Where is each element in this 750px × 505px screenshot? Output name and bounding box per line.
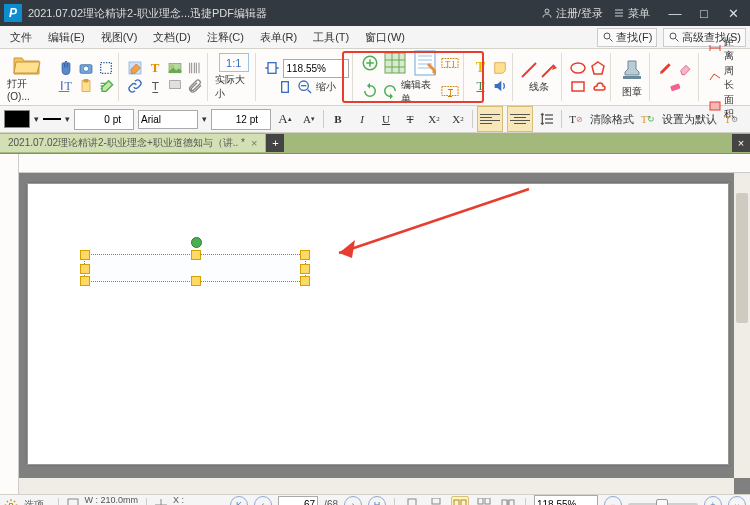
align-left-button[interactable] [477, 106, 503, 132]
options-gear-icon[interactable] [4, 498, 18, 506]
line-width-input[interactable] [74, 109, 134, 130]
barcode-icon[interactable] [186, 59, 204, 77]
font-family-input[interactable] [138, 110, 198, 129]
single-page-view-button[interactable] [403, 496, 421, 506]
area-icon[interactable] [706, 97, 723, 115]
ellipse-icon[interactable] [569, 59, 587, 77]
shape-icon[interactable] [166, 77, 184, 95]
subscript-button[interactable]: X2 [448, 109, 468, 129]
close-button[interactable]: ✕ [720, 6, 746, 21]
note-icon[interactable] [491, 59, 509, 77]
account-button[interactable]: 注册/登录 [541, 6, 603, 21]
menu-edit[interactable]: 编辑(E) [42, 28, 91, 47]
text-select-icon[interactable]: I͟T [57, 77, 75, 95]
new-tab-button[interactable]: + [266, 134, 284, 152]
align-center-button[interactable] [507, 106, 533, 132]
edit-content-icon[interactable] [126, 59, 144, 77]
first-page-button[interactable]: K [230, 496, 248, 506]
facing-continuous-button[interactable] [475, 496, 493, 506]
menu-window[interactable]: 窗口(W) [359, 28, 411, 47]
highlight-icon[interactable] [97, 77, 115, 95]
horizontal-scrollbar[interactable] [19, 478, 734, 494]
menu-view[interactable]: 视图(V) [95, 28, 144, 47]
add-image-icon[interactable] [166, 59, 184, 77]
shrink-font-button[interactable]: A▾ [299, 109, 319, 129]
italic-button[interactable]: I [352, 109, 372, 129]
last-page-button[interactable]: H [368, 496, 386, 506]
status-zoom-input[interactable] [534, 495, 598, 505]
close-all-tabs-button[interactable]: × [732, 134, 750, 152]
document-tab[interactable]: 2021.07.02理论精讲2-职业理念+职业道德知与（讲.. * × [0, 134, 265, 152]
scrollbar-thumb[interactable] [736, 193, 748, 323]
resize-handle-w[interactable] [80, 264, 90, 274]
strike-button[interactable]: T [400, 109, 420, 129]
zoom-in-circle-icon[interactable] [361, 54, 379, 72]
bold-button[interactable]: B [328, 109, 348, 129]
line-arrow-icon[interactable] [540, 61, 558, 79]
zoom-in-button[interactable]: + [704, 496, 722, 506]
resize-handle-nw[interactable] [80, 250, 90, 260]
form-document-icon[interactable] [411, 49, 439, 77]
cloud-icon[interactable] [589, 77, 607, 95]
text-highlight-icon[interactable]: T [471, 59, 489, 77]
fit-page-icon[interactable] [276, 78, 294, 96]
polygon-icon[interactable] [589, 59, 607, 77]
canvas[interactable] [19, 173, 750, 494]
zoom-select[interactable] [283, 59, 349, 78]
actual-size-icon[interactable]: 1:1 [219, 53, 249, 72]
grow-font-button[interactable]: A▴ [275, 109, 295, 129]
next-page-button[interactable]: › [344, 496, 362, 506]
zoom-out-button[interactable]: − [604, 496, 622, 506]
resize-handle-ne[interactable] [300, 250, 310, 260]
facing-view-button[interactable] [451, 496, 469, 506]
hand-tool-icon[interactable] [57, 59, 75, 77]
eraser-icon[interactable] [677, 59, 695, 77]
continuous-view-button[interactable] [427, 496, 445, 506]
underline-icon[interactable]: T [471, 77, 489, 95]
underline-button[interactable]: U [376, 109, 396, 129]
set-default-icon[interactable]: T↻ [638, 109, 658, 129]
resize-handle-sw[interactable] [80, 276, 90, 286]
select-icon[interactable] [97, 59, 115, 77]
font-size-input[interactable] [211, 109, 271, 130]
line-style-icon[interactable] [43, 110, 61, 128]
tab-close-icon[interactable]: × [251, 137, 257, 149]
line-spacing-button[interactable] [537, 109, 557, 129]
page[interactable] [27, 183, 729, 465]
prev-page-button[interactable]: ‹ [254, 496, 272, 506]
line-icon[interactable] [520, 61, 538, 79]
vertical-scrollbar[interactable] [734, 173, 750, 478]
hamburger-menu[interactable]: 菜单 [613, 6, 650, 21]
fullscreen-button[interactable]: ↔ [728, 496, 746, 506]
book-view-button[interactable] [499, 496, 517, 506]
snapshot-icon[interactable] [77, 59, 95, 77]
text-field-alt-icon[interactable]: T̲ [441, 82, 459, 100]
resize-handle-n[interactable] [191, 250, 201, 260]
find-button[interactable]: 查找(F) [597, 28, 657, 47]
clipboard-icon[interactable] [77, 77, 95, 95]
eraser2-icon[interactable] [667, 77, 685, 95]
maximize-button[interactable]: □ [691, 6, 717, 21]
selected-form-field[interactable] [84, 254, 306, 282]
resize-handle-e[interactable] [300, 264, 310, 274]
text-field-icon[interactable]: T I [441, 54, 459, 72]
stamp-icon[interactable] [618, 56, 646, 84]
form-grid-icon[interactable] [381, 49, 409, 77]
resize-handle-se[interactable] [300, 276, 310, 286]
menu-tools[interactable]: 工具(T) [307, 28, 355, 47]
distance-icon[interactable] [706, 39, 723, 57]
fill-color-swatch[interactable] [4, 110, 30, 128]
menu-comment[interactable]: 注释(C) [201, 28, 250, 47]
add-text-icon[interactable]: T [146, 59, 164, 77]
menu-document[interactable]: 文档(D) [147, 28, 196, 47]
folder-open-icon[interactable] [13, 52, 41, 76]
clear-format-icon[interactable]: T⊘ [566, 109, 586, 129]
attachment-icon[interactable] [186, 77, 204, 95]
superscript-button[interactable]: X2 [424, 109, 444, 129]
page-number-input[interactable] [278, 496, 318, 506]
zoom-out-icon[interactable] [296, 78, 314, 96]
zoom-slider-knob[interactable] [656, 499, 668, 506]
rotate-handle[interactable] [191, 237, 202, 248]
minimize-button[interactable]: — [662, 6, 688, 21]
add-text-small-icon[interactable]: T̲ [146, 77, 164, 95]
